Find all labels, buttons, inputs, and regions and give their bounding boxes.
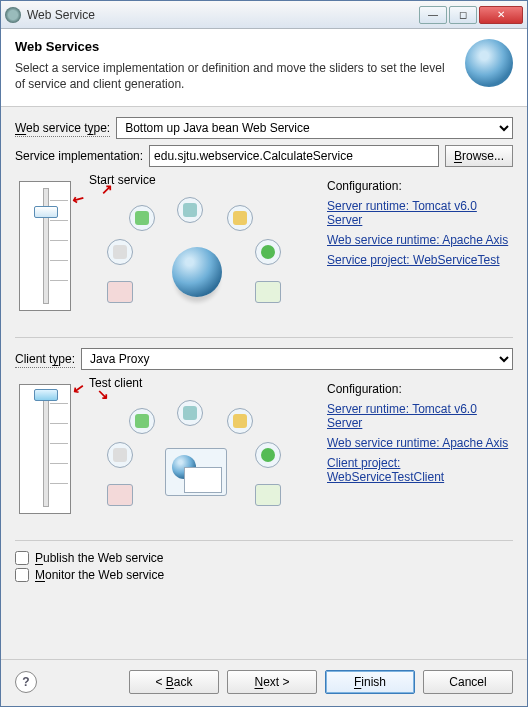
service-impl-label: Service implementation: [15,149,143,163]
footer-buttons: < Back Next > Finish Cancel [129,670,513,694]
service-impl-input[interactable] [149,145,439,167]
finish-button[interactable]: Finish [325,670,415,694]
help-icon[interactable]: ? [15,671,37,693]
node-icon [129,408,155,434]
service-level-slider[interactable] [19,181,71,311]
node-icon [107,442,133,468]
header-text: Web Services Select a service implementa… [15,39,457,92]
close-button[interactable]: ✕ [479,6,523,24]
service-config-block: Start service ↙ ↗ Configuration: Server … [15,173,513,319]
globe-icon [172,247,222,297]
play-icon [255,239,281,265]
titlebar: Web Service — ◻ ✕ [1,1,527,29]
service-project-link[interactable]: Service project: WebServiceTest [327,253,509,267]
divider [15,540,513,541]
service-impl-row: Service implementation: Browse... [15,145,513,167]
window-icon [165,448,227,496]
publish-label: Publish the Web service [35,551,164,565]
server-icon [107,281,133,303]
node-icon [227,205,253,231]
wizard-content: Web service type: Bottom up Java bean We… [1,107,527,659]
wizard-header: Web Services Select a service implementa… [1,29,527,107]
client-type-label: Client type: [15,352,75,366]
client-project-link[interactable]: Client project: WebServiceTestClient [327,456,509,484]
node-icon [227,408,253,434]
client-type-row: Client type: Java Proxy [15,348,513,370]
maximize-button[interactable]: ◻ [449,6,477,24]
window-controls: — ◻ ✕ [419,6,523,24]
slider-annotation: Start service [89,173,156,187]
document-icon [255,281,281,303]
cancel-button[interactable]: Cancel [423,670,513,694]
node-icon [129,205,155,231]
annotation-arrow-icon: ↗ [101,181,113,197]
back-button[interactable]: < Back [129,670,219,694]
server-icon [107,484,133,506]
service-diagram: Start service ↙ ↗ [71,173,321,319]
ws-runtime-link[interactable]: Web service runtime: Apache Axis [327,436,509,450]
monitor-checkbox[interactable] [15,568,29,582]
ws-runtime-link[interactable]: Web service runtime: Apache Axis [327,233,509,247]
client-level-slider[interactable] [19,384,71,514]
publish-checkbox-row: Publish the Web service [15,551,513,565]
wizard-footer: ? < Back Next > Finish Cancel [1,659,527,706]
service-config-links: Configuration: Server runtime: Tomcat v6… [321,173,513,319]
next-button[interactable]: Next > [227,670,317,694]
client-type-select[interactable]: Java Proxy [81,348,513,370]
config-title: Configuration: [327,382,509,396]
annotation-arrow-icon: ↙ [72,379,87,397]
page-description: Select a service implementation or defin… [15,60,457,92]
service-type-label: Web service type: [15,121,110,135]
divider [15,337,513,338]
document-icon [255,484,281,506]
server-runtime-link[interactable]: Server runtime: Tomcat v6.0 Server [327,402,509,430]
window-title: Web Service [27,8,419,22]
client-diagram: Test client ↙ ↘ [71,376,321,522]
node-icon [177,400,203,426]
config-title: Configuration: [327,179,509,193]
publish-checkbox[interactable] [15,551,29,565]
app-icon [5,7,21,23]
node-icon [177,197,203,223]
service-type-row: Web service type: Bottom up Java bean We… [15,117,513,139]
client-config-links: Configuration: Server runtime: Tomcat v6… [321,376,513,522]
wizard-window: Web Service — ◻ ✕ Web Services Select a … [0,0,528,707]
server-runtime-link[interactable]: Server runtime: Tomcat v6.0 Server [327,199,509,227]
monitor-label: Monitor the Web service [35,568,164,582]
browse-button[interactable]: Browse... [445,145,513,167]
monitor-checkbox-row: Monitor the Web service [15,568,513,582]
minimize-button[interactable]: — [419,6,447,24]
node-icon [107,239,133,265]
play-icon [255,442,281,468]
annotation-arrow-icon: ↘ [97,386,109,402]
client-config-block: Test client ↙ ↘ Con [15,376,513,522]
webservice-globe-icon [465,39,513,87]
service-type-select[interactable]: Bottom up Java bean Web Service [116,117,513,139]
page-title: Web Services [15,39,457,54]
